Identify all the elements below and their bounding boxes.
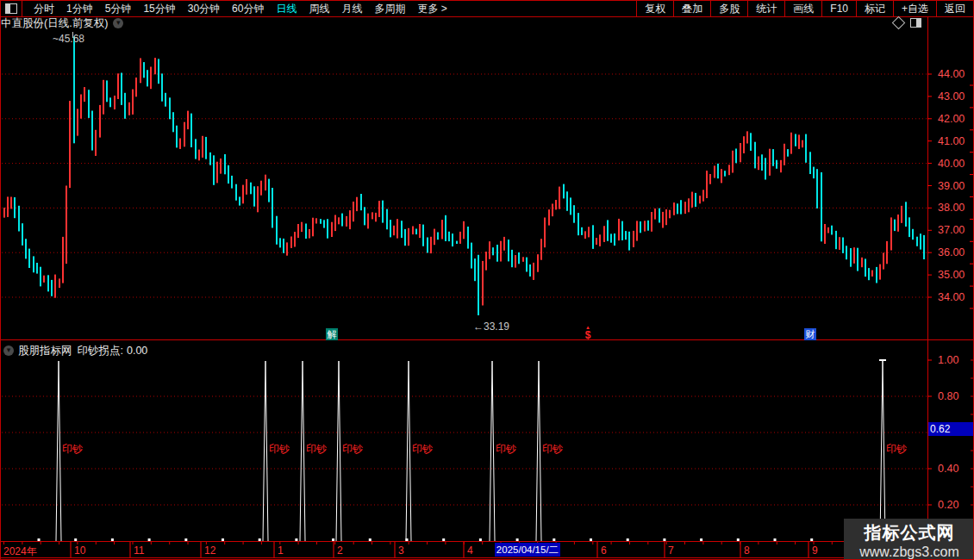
candle-bar xyxy=(353,202,354,221)
candle-bar xyxy=(750,133,752,151)
candle-bar xyxy=(688,198,690,212)
candle-bar xyxy=(897,215,899,232)
action-button-返回[interactable]: 返回 xyxy=(936,1,973,16)
candle-bar xyxy=(422,225,424,246)
action-button-统计[interactable]: 统计 xyxy=(747,1,784,16)
candle-bar xyxy=(647,221,649,231)
signal-spike xyxy=(880,361,885,541)
year-label: 2024年 xyxy=(3,544,37,559)
candle-bar xyxy=(190,114,192,147)
candle-bar xyxy=(772,149,774,166)
candle-bar xyxy=(842,238,844,253)
candle-bar xyxy=(338,217,340,224)
candle-bar xyxy=(496,245,498,262)
candle-bar xyxy=(865,258,866,277)
candle-bar xyxy=(430,237,432,253)
candle-bar xyxy=(511,250,513,267)
trading-app-window: 分时1分钟5分钟15分钟30分钟60分钟日线周线月线多周期更多 > 复权叠加多股… xyxy=(0,0,974,560)
candle-bar xyxy=(312,218,314,237)
candle-bar xyxy=(202,136,203,158)
chevron-down-icon[interactable]: ▾ xyxy=(113,18,123,28)
candle-bar xyxy=(500,241,502,262)
candle-bar xyxy=(544,218,546,248)
candle-bar xyxy=(684,202,686,214)
zero-marker xyxy=(590,538,592,541)
candle-bar xyxy=(367,214,369,229)
candle-bar xyxy=(415,229,417,235)
price-axis-label: 36.00 xyxy=(938,246,965,258)
zero-marker xyxy=(442,538,445,541)
period-tab-15分钟[interactable]: 15分钟 xyxy=(137,2,181,16)
month-label: 6 xyxy=(601,544,607,557)
candle-bar xyxy=(109,97,111,107)
period-tab-多周期[interactable]: 多周期 xyxy=(368,2,411,16)
zero-marker xyxy=(74,538,77,541)
low-price-label: ←33.19 xyxy=(473,320,509,333)
action-button-+自选[interactable]: +自选 xyxy=(893,1,936,16)
price-axis-label: 41.00 xyxy=(938,135,965,147)
period-tab-月线[interactable]: 月线 xyxy=(335,2,368,16)
period-tab-60分钟[interactable]: 60分钟 xyxy=(226,2,270,16)
candle-bar xyxy=(588,227,590,237)
period-tab-周线[interactable]: 周线 xyxy=(303,2,335,16)
period-tab-分时[interactable]: 分时 xyxy=(28,2,60,16)
action-button-画线[interactable]: 画线 xyxy=(784,1,821,16)
layout-panel-icon[interactable] xyxy=(5,3,17,14)
split-panel-icon[interactable] xyxy=(910,18,921,28)
candle-bar xyxy=(172,112,174,132)
candle-bar xyxy=(665,209,667,225)
period-tab-日线[interactable]: 日线 xyxy=(270,2,303,16)
candle-bar xyxy=(268,179,270,202)
candle-bar xyxy=(154,58,156,74)
candle-bar xyxy=(250,183,252,195)
price-axis-label: 37.00 xyxy=(938,224,965,236)
candle-bar xyxy=(901,206,902,223)
candle-bar xyxy=(7,196,9,217)
candle-bar xyxy=(121,73,122,105)
price-axis-label: 42.00 xyxy=(938,113,965,125)
candle-bar xyxy=(603,226,605,242)
high-price-label: ~45.68 xyxy=(53,33,84,45)
chevron-down-icon[interactable]: ▾ xyxy=(3,345,14,356)
action-button-叠加[interactable]: 叠加 xyxy=(673,1,710,16)
candle-bar xyxy=(728,165,730,175)
watermark-url: www.zbgs3.com xyxy=(844,544,974,560)
action-button-标记[interactable]: 标记 xyxy=(856,1,893,16)
signal-spike xyxy=(536,361,541,541)
candle-bar xyxy=(578,213,579,235)
zero-marker xyxy=(737,538,740,541)
candle-bar xyxy=(743,136,745,153)
candle-bar xyxy=(717,164,719,178)
candle-bar xyxy=(610,233,612,242)
period-tab-5分钟[interactable]: 5分钟 xyxy=(99,2,138,16)
signal-spike xyxy=(336,361,341,541)
candle-bar xyxy=(386,209,388,230)
candle-bar xyxy=(702,190,704,201)
candle-bar xyxy=(375,213,377,221)
candle-bar xyxy=(14,197,16,218)
month-label: 7 xyxy=(668,544,674,557)
indicator-axis-label: 0.20 xyxy=(938,499,958,511)
candle-bar xyxy=(596,238,597,245)
candle-bar xyxy=(320,219,322,224)
candle-bar xyxy=(529,264,531,277)
period-tab-1分钟[interactable]: 1分钟 xyxy=(60,2,99,16)
period-tab-30分钟[interactable]: 30分钟 xyxy=(182,2,226,16)
candle-bar xyxy=(294,232,296,246)
candle-bar xyxy=(114,96,116,109)
action-button-F10[interactable]: F10 xyxy=(821,1,856,16)
candle-bar xyxy=(835,231,837,249)
candle-bar xyxy=(231,176,233,189)
action-button-复权[interactable]: 复权 xyxy=(636,1,673,16)
candle-bar xyxy=(584,231,586,239)
selected-date-badge: 2025/04/15/二 xyxy=(495,543,560,557)
candle-bar xyxy=(651,212,652,232)
diamond-icon[interactable] xyxy=(892,16,906,30)
period-tab-更多 >[interactable]: 更多 > xyxy=(411,2,453,16)
candle-bar xyxy=(780,160,782,172)
candle-bar xyxy=(920,233,921,249)
candle-bar xyxy=(633,231,634,247)
action-button-多股[interactable]: 多股 xyxy=(710,1,747,16)
candle-bar xyxy=(364,207,365,225)
event-badge-解: 解 xyxy=(326,328,338,340)
